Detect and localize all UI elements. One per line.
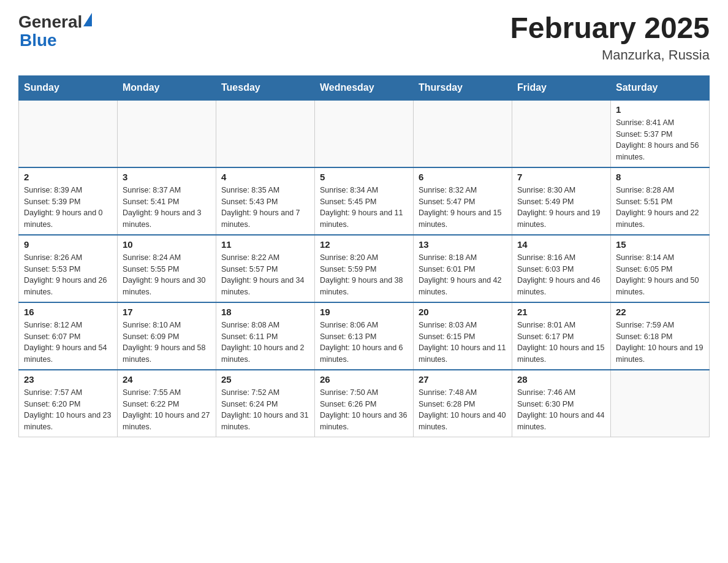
- day-number: 5: [320, 172, 408, 182]
- calendar-cell: 24Sunrise: 7:55 AMSunset: 6:22 PMDayligh…: [118, 370, 216, 437]
- calendar-cell: [216, 100, 315, 167]
- day-number: 1: [616, 104, 704, 115]
- calendar-week-row: 23Sunrise: 7:57 AMSunset: 6:20 PMDayligh…: [19, 370, 710, 437]
- calendar-cell: 19Sunrise: 8:06 AMSunset: 6:13 PMDayligh…: [315, 302, 414, 370]
- day-number: 25: [221, 374, 309, 385]
- calendar-cell: 22Sunrise: 7:59 AMSunset: 6:18 PMDayligh…: [611, 302, 710, 370]
- day-number: 7: [517, 172, 605, 182]
- calendar-cell: 15Sunrise: 8:14 AMSunset: 6:05 PMDayligh…: [611, 235, 710, 302]
- calendar-cell: 21Sunrise: 8:01 AMSunset: 6:17 PMDayligh…: [512, 302, 611, 370]
- calendar-cell: 20Sunrise: 8:03 AMSunset: 6:15 PMDayligh…: [414, 302, 512, 370]
- weekday-header-thursday: Thursday: [414, 75, 512, 100]
- calendar-cell: [611, 370, 710, 437]
- day-info: Sunrise: 8:34 AMSunset: 5:45 PMDaylight:…: [320, 185, 408, 231]
- day-info: Sunrise: 8:01 AMSunset: 6:17 PMDaylight:…: [517, 320, 605, 366]
- logo-triangle-icon: [83, 13, 92, 26]
- calendar-cell: [315, 100, 414, 167]
- day-number: 23: [24, 374, 112, 385]
- day-info: Sunrise: 7:50 AMSunset: 6:26 PMDaylight:…: [320, 387, 408, 433]
- calendar-cell: 6Sunrise: 8:32 AMSunset: 5:47 PMDaylight…: [414, 167, 512, 235]
- calendar-cell: 8Sunrise: 8:28 AMSunset: 5:51 PMDaylight…: [611, 167, 710, 235]
- calendar-week-row: 16Sunrise: 8:12 AMSunset: 6:07 PMDayligh…: [19, 302, 710, 370]
- calendar-cell: 7Sunrise: 8:30 AMSunset: 5:49 PMDaylight…: [512, 167, 611, 235]
- day-number: 16: [24, 307, 112, 317]
- day-number: 24: [123, 374, 211, 385]
- day-number: 28: [517, 374, 605, 385]
- day-number: 9: [24, 239, 112, 250]
- day-info: Sunrise: 8:03 AMSunset: 6:15 PMDaylight:…: [419, 320, 507, 366]
- logo: General Blue: [18, 12, 92, 50]
- day-info: Sunrise: 8:39 AMSunset: 5:39 PMDaylight:…: [24, 185, 112, 231]
- calendar-cell: 10Sunrise: 8:24 AMSunset: 5:55 PMDayligh…: [118, 235, 216, 302]
- day-number: 13: [419, 239, 507, 250]
- day-info: Sunrise: 8:26 AMSunset: 5:53 PMDaylight:…: [24, 252, 112, 298]
- day-info: Sunrise: 8:30 AMSunset: 5:49 PMDaylight:…: [517, 185, 605, 231]
- page-header: General Blue February 2025 Manzurka, Rus…: [18, 12, 710, 63]
- day-number: 18: [221, 307, 309, 317]
- day-info: Sunrise: 7:52 AMSunset: 6:24 PMDaylight:…: [221, 387, 309, 433]
- logo-blue-text: Blue: [20, 31, 57, 50]
- weekday-header-saturday: Saturday: [611, 75, 710, 100]
- calendar-cell: 17Sunrise: 8:10 AMSunset: 6:09 PMDayligh…: [118, 302, 216, 370]
- calendar-cell: [414, 100, 512, 167]
- day-info: Sunrise: 8:18 AMSunset: 6:01 PMDaylight:…: [419, 252, 507, 298]
- calendar-cell: 9Sunrise: 8:26 AMSunset: 5:53 PMDaylight…: [19, 235, 118, 302]
- day-info: Sunrise: 8:32 AMSunset: 5:47 PMDaylight:…: [419, 185, 507, 231]
- day-number: 10: [123, 239, 211, 250]
- calendar-cell: 12Sunrise: 8:20 AMSunset: 5:59 PMDayligh…: [315, 235, 414, 302]
- calendar-cell: 2Sunrise: 8:39 AMSunset: 5:39 PMDaylight…: [19, 167, 118, 235]
- weekday-header-row: SundayMondayTuesdayWednesdayThursdayFrid…: [19, 75, 710, 100]
- calendar-cell: 3Sunrise: 8:37 AMSunset: 5:41 PMDaylight…: [118, 167, 216, 235]
- weekday-header-monday: Monday: [118, 75, 216, 100]
- calendar-cell: [512, 100, 611, 167]
- day-number: 27: [419, 374, 507, 385]
- calendar-cell: 25Sunrise: 7:52 AMSunset: 6:24 PMDayligh…: [216, 370, 315, 437]
- day-info: Sunrise: 8:28 AMSunset: 5:51 PMDaylight:…: [616, 185, 704, 231]
- calendar-week-row: 9Sunrise: 8:26 AMSunset: 5:53 PMDaylight…: [19, 235, 710, 302]
- calendar-cell: 28Sunrise: 7:46 AMSunset: 6:30 PMDayligh…: [512, 370, 611, 437]
- calendar-cell: 4Sunrise: 8:35 AMSunset: 5:43 PMDaylight…: [216, 167, 315, 235]
- day-info: Sunrise: 7:48 AMSunset: 6:28 PMDaylight:…: [419, 387, 507, 433]
- calendar-cell: [118, 100, 216, 167]
- day-info: Sunrise: 8:06 AMSunset: 6:13 PMDaylight:…: [320, 320, 408, 366]
- day-info: Sunrise: 8:35 AMSunset: 5:43 PMDaylight:…: [221, 185, 309, 231]
- day-number: 12: [320, 239, 408, 250]
- calendar-cell: 5Sunrise: 8:34 AMSunset: 5:45 PMDaylight…: [315, 167, 414, 235]
- logo-general-text: General: [18, 12, 82, 32]
- day-info: Sunrise: 8:37 AMSunset: 5:41 PMDaylight:…: [123, 185, 211, 231]
- day-info: Sunrise: 8:14 AMSunset: 6:05 PMDaylight:…: [616, 252, 704, 298]
- calendar-cell: [19, 100, 118, 167]
- day-number: 2: [24, 172, 112, 182]
- calendar-week-row: 2Sunrise: 8:39 AMSunset: 5:39 PMDaylight…: [19, 167, 710, 235]
- day-info: Sunrise: 7:55 AMSunset: 6:22 PMDaylight:…: [123, 387, 211, 433]
- title-block: February 2025 Manzurka, Russia: [510, 12, 710, 63]
- day-info: Sunrise: 8:22 AMSunset: 5:57 PMDaylight:…: [221, 252, 309, 298]
- weekday-header-friday: Friday: [512, 75, 611, 100]
- calendar-cell: 11Sunrise: 8:22 AMSunset: 5:57 PMDayligh…: [216, 235, 315, 302]
- calendar-cell: 27Sunrise: 7:48 AMSunset: 6:28 PMDayligh…: [414, 370, 512, 437]
- calendar-cell: 16Sunrise: 8:12 AMSunset: 6:07 PMDayligh…: [19, 302, 118, 370]
- day-number: 4: [221, 172, 309, 182]
- day-number: 3: [123, 172, 211, 182]
- day-info: Sunrise: 8:24 AMSunset: 5:55 PMDaylight:…: [123, 252, 211, 298]
- day-info: Sunrise: 7:46 AMSunset: 6:30 PMDaylight:…: [517, 387, 605, 433]
- day-info: Sunrise: 7:59 AMSunset: 6:18 PMDaylight:…: [616, 320, 704, 366]
- day-number: 22: [616, 307, 704, 317]
- calendar-cell: 18Sunrise: 8:08 AMSunset: 6:11 PMDayligh…: [216, 302, 315, 370]
- weekday-header-sunday: Sunday: [19, 75, 118, 100]
- calendar-cell: 1Sunrise: 8:41 AMSunset: 5:37 PMDaylight…: [611, 100, 710, 167]
- day-number: 15: [616, 239, 704, 250]
- day-number: 8: [616, 172, 704, 182]
- weekday-header-tuesday: Tuesday: [216, 75, 315, 100]
- day-info: Sunrise: 8:20 AMSunset: 5:59 PMDaylight:…: [320, 252, 408, 298]
- day-number: 11: [221, 239, 309, 250]
- location-title: Manzurka, Russia: [510, 47, 710, 63]
- day-info: Sunrise: 8:16 AMSunset: 6:03 PMDaylight:…: [517, 252, 605, 298]
- calendar-cell: 14Sunrise: 8:16 AMSunset: 6:03 PMDayligh…: [512, 235, 611, 302]
- calendar-cell: 13Sunrise: 8:18 AMSunset: 6:01 PMDayligh…: [414, 235, 512, 302]
- day-number: 20: [419, 307, 507, 317]
- day-number: 26: [320, 374, 408, 385]
- day-info: Sunrise: 8:12 AMSunset: 6:07 PMDaylight:…: [24, 320, 112, 366]
- day-info: Sunrise: 7:57 AMSunset: 6:20 PMDaylight:…: [24, 387, 112, 433]
- calendar-table: SundayMondayTuesdayWednesdayThursdayFrid…: [18, 75, 710, 437]
